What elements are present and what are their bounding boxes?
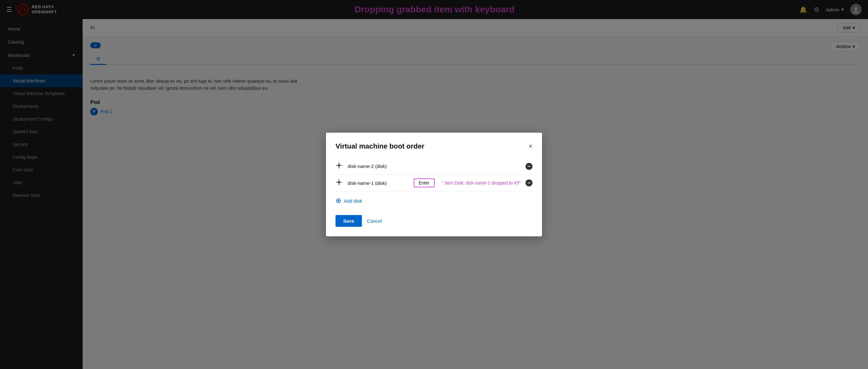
modal-title: Virtual machine boot order — [336, 142, 425, 150]
boot-item-2-name: disk-name-1 (disk) — [348, 180, 409, 186]
modal-overlay[interactable]: Virtual machine boot order × disk-name-2… — [0, 0, 868, 369]
modal-close-button[interactable]: × — [528, 143, 532, 150]
remove-button-1[interactable]: − — [526, 163, 532, 170]
enter-button[interactable]: Enter — [414, 178, 434, 187]
drag-handle-2[interactable] — [336, 179, 342, 187]
modal-footer: Save Cancel — [336, 215, 532, 227]
add-disk-button[interactable]: ⊕ Add disk — [336, 197, 532, 205]
boot-item-1: disk-name-2 (disk) − — [336, 158, 532, 175]
drag-handle-1[interactable] — [336, 162, 342, 171]
remove-circle-1: − — [526, 163, 532, 170]
modal: Virtual machine boot order × disk-name-2… — [326, 133, 542, 236]
remove-circle-2: − — [526, 179, 532, 187]
save-button[interactable]: Save — [336, 215, 362, 227]
boot-item-1-name: disk-name-2 (disk) — [348, 164, 520, 169]
add-disk-icon: ⊕ — [336, 197, 341, 205]
svg-point-3 — [338, 164, 340, 167]
boot-item-2: disk-name-1 (disk) Enter " item Disk: di… — [336, 175, 532, 192]
cancel-button[interactable]: Cancel — [367, 218, 382, 224]
remove-button-2[interactable]: − — [526, 179, 532, 187]
add-disk-label: Add disk — [344, 198, 362, 204]
svg-point-8 — [338, 181, 340, 183]
modal-header: Virtual machine boot order × — [336, 142, 532, 150]
drop-message: " item Disk: disk-name-1 dropped to #3" — [442, 180, 521, 186]
